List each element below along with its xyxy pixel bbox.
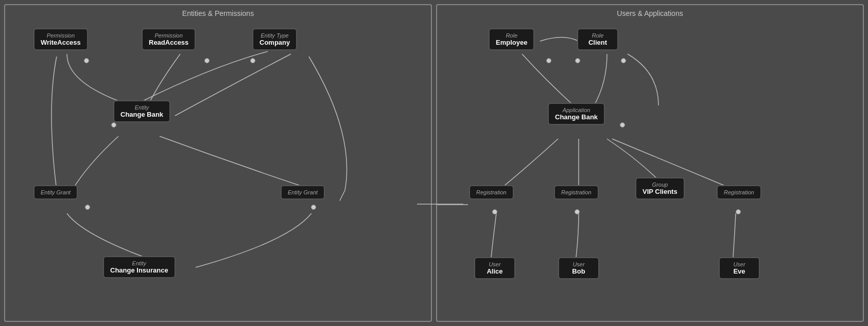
node-user-bob[interactable]: User Bob xyxy=(558,257,599,279)
left-panel-title: Entities & Permissions xyxy=(182,9,254,17)
dot-perm-read-right xyxy=(204,58,210,63)
dot-client-left xyxy=(575,58,580,63)
node-role-client[interactable]: Role Client xyxy=(577,28,618,50)
node-type-label: Entity Type xyxy=(259,32,290,39)
node-type-label: Role xyxy=(496,32,527,39)
node-entity-change-bank[interactable]: Entity Change Bank xyxy=(113,100,170,122)
node-type-label: Permission xyxy=(41,32,81,39)
node-type-label: User xyxy=(565,261,592,267)
node-type-label: User xyxy=(726,261,753,267)
node-entity-grant-left[interactable]: Entity Grant xyxy=(33,185,78,200)
node-application-change-bank[interactable]: Application Change Bank xyxy=(548,103,605,125)
node-registration-3[interactable]: Registration xyxy=(717,185,761,200)
node-permission-writeaccess[interactable]: Permission WriteAccess xyxy=(33,28,88,50)
node-entity-grant-right[interactable]: Entity Grant xyxy=(281,185,325,200)
node-type-label: User xyxy=(481,261,508,267)
node-type-label: Registration xyxy=(724,189,754,195)
node-type-label: Role xyxy=(584,32,611,39)
left-connections xyxy=(5,5,431,321)
node-name-label: ReadAccess xyxy=(149,39,188,46)
node-type-label: Registration xyxy=(561,189,592,195)
node-name-label: Employee xyxy=(496,39,527,46)
dot-change-bank-left xyxy=(111,122,116,128)
main-container: Entities & Permissions Permissio xyxy=(0,0,868,326)
dot-reg3-bottom xyxy=(736,209,741,214)
node-name-label: Client xyxy=(584,39,611,46)
node-type-label: Entity xyxy=(120,104,163,111)
dot-reg2-bottom xyxy=(575,209,580,214)
node-type-label: Entity Grant xyxy=(288,189,318,195)
dot-grant-right xyxy=(311,205,316,210)
node-entity-change-insurance[interactable]: Entity Change Insurance xyxy=(103,256,176,278)
dot-app-right xyxy=(620,122,625,128)
node-type-label: Entity Grant xyxy=(41,189,71,195)
users-applications-panel: Users & Applications xyxy=(436,4,864,322)
node-name-label: Change Bank xyxy=(555,113,598,121)
node-name-label: VIP Clients xyxy=(643,188,678,195)
dot-company-left xyxy=(250,58,255,63)
node-name-label: Change Bank xyxy=(120,111,163,118)
node-type-label: Group xyxy=(643,182,678,188)
node-entity-type-company[interactable]: Entity Type Company xyxy=(252,28,297,50)
entities-permissions-panel: Entities & Permissions Permissio xyxy=(4,4,432,322)
dot-client-right xyxy=(621,58,626,63)
node-registration-2[interactable]: Registration xyxy=(554,185,599,200)
node-type-label: Entity xyxy=(110,260,168,266)
node-registration-1[interactable]: Registration xyxy=(469,185,514,200)
dot-employee-right xyxy=(546,58,551,63)
node-permission-readaccess[interactable]: Permission ReadAccess xyxy=(142,28,196,50)
node-name-label: Company xyxy=(259,39,290,46)
node-user-eve[interactable]: User Eve xyxy=(719,257,760,279)
node-name-label: Bob xyxy=(565,267,592,275)
dot-reg1-bottom xyxy=(492,209,497,214)
dot-perm-write xyxy=(84,58,89,63)
node-user-alice[interactable]: User Alice xyxy=(474,257,515,279)
node-name-label: Change Insurance xyxy=(110,266,168,274)
node-type-label: Permission xyxy=(149,32,188,39)
node-name-label: WriteAccess xyxy=(41,39,81,46)
node-type-label: Registration xyxy=(476,189,507,195)
node-group-vip-clients[interactable]: Group VIP Clients xyxy=(635,177,685,200)
node-name-label: Alice xyxy=(481,267,508,275)
right-panel-title: Users & Applications xyxy=(617,9,683,17)
node-type-label: Application xyxy=(555,107,598,113)
node-role-employee[interactable]: Role Employee xyxy=(489,28,534,50)
dot-grant-left xyxy=(85,205,90,210)
node-name-label: Eve xyxy=(726,267,753,275)
